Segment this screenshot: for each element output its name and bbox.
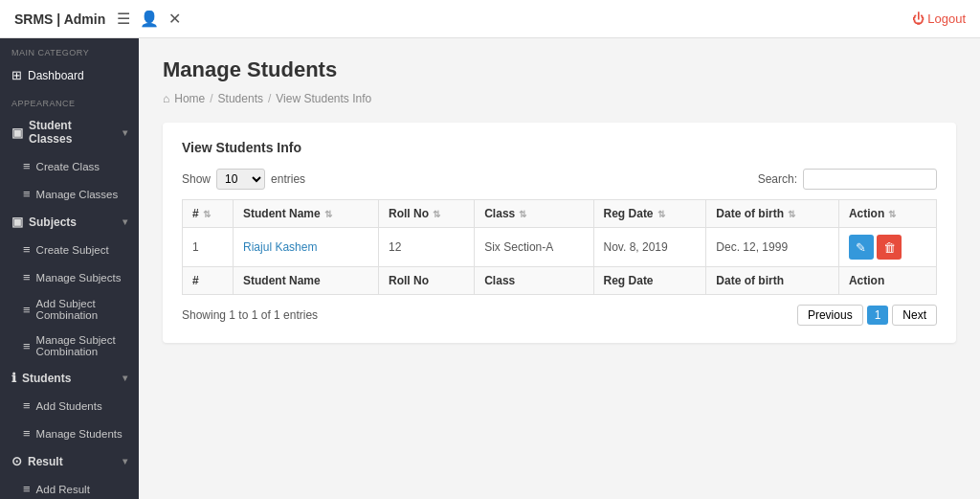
main-category-label: Main Category bbox=[0, 38, 139, 61]
table-row: 1 Riajul Kashem 12 Six Section-A Nov. 8,… bbox=[183, 228, 937, 267]
breadcrumb: ⌂ Home / Students / View Students Info bbox=[163, 92, 956, 105]
sort-icon-class: ⇅ bbox=[519, 209, 526, 219]
active-page[interactable]: 1 bbox=[867, 306, 889, 325]
students-table: #⇅ Student Name⇅ Roll No⇅ Class⇅ Reg Dat… bbox=[182, 199, 937, 295]
sidebar-item-manage-subject-combination[interactable]: ≡ Manage Subject Combination bbox=[0, 328, 139, 364]
col-num: #⇅ bbox=[183, 200, 234, 228]
breadcrumb-sep-1: / bbox=[210, 92, 212, 105]
manage-subject-combination-label: Manage Subject Combination bbox=[36, 334, 127, 357]
sidebar-item-dashboard[interactable]: ⊞ Dashboard bbox=[0, 61, 139, 89]
logout-label: Logout bbox=[927, 11, 966, 26]
create-subject-icon: ≡ bbox=[23, 242, 31, 257]
subjects-label: Subjects bbox=[29, 215, 77, 229]
add-subject-combination-label: Add Subject Combination bbox=[36, 298, 127, 321]
col-dob: Date of birth⇅ bbox=[706, 200, 839, 228]
cell-roll-no: 12 bbox=[378, 228, 474, 267]
sidebar-item-student-classes[interactable]: ▣ Student Classes ▾ bbox=[0, 112, 139, 152]
add-students-label: Add Students bbox=[36, 400, 102, 412]
entries-select[interactable]: 10 25 50 100 bbox=[216, 169, 265, 190]
sidebar-item-manage-subjects[interactable]: ≡ Manage Subjects bbox=[0, 263, 139, 291]
page-title: Manage Students bbox=[163, 57, 956, 82]
sidebar-item-create-class[interactable]: ≡ Create Class bbox=[0, 152, 139, 180]
sidebar-item-add-result[interactable]: ≡ Add Result bbox=[0, 475, 139, 499]
next-button[interactable]: Next bbox=[892, 305, 937, 326]
sidebar-item-create-subject[interactable]: ≡ Create Subject bbox=[0, 236, 139, 263]
appearance-label: Appearance bbox=[0, 89, 139, 112]
breadcrumb-view: View Students Info bbox=[276, 92, 371, 105]
table-footer: Showing 1 to 1 of 1 entries Previous 1 N… bbox=[182, 305, 937, 326]
table-controls: Show 10 25 50 100 entries Search: bbox=[182, 169, 937, 190]
close-icon[interactable]: ✕ bbox=[168, 10, 181, 28]
chevron-down-icon: ▾ bbox=[122, 127, 127, 138]
dashboard-label: Dashboard bbox=[28, 69, 84, 82]
footer-col-student-name: Student Name bbox=[234, 267, 379, 295]
col-action: Action⇅ bbox=[838, 200, 936, 228]
cell-reg-date: Nov. 8, 2019 bbox=[593, 228, 706, 267]
sort-icon-roll: ⇅ bbox=[433, 209, 440, 219]
col-class: Class⇅ bbox=[475, 200, 593, 228]
students-card: View Students Info Show 10 25 50 100 ent… bbox=[163, 123, 956, 343]
sidebar-item-add-students[interactable]: ≡ Add Students bbox=[0, 392, 139, 420]
footer-col-num: # bbox=[183, 267, 234, 295]
create-subject-label: Create Subject bbox=[36, 244, 109, 256]
footer-col-class: Class bbox=[475, 267, 593, 295]
sidebar-item-subjects[interactable]: ▣ Subjects ▾ bbox=[0, 208, 139, 236]
sidebar-item-manage-classes[interactable]: ≡ Manage Classes bbox=[0, 180, 139, 208]
table-footer-row: # Student Name Roll No Class Reg Date Da… bbox=[183, 267, 937, 295]
delete-button[interactable]: 🗑 bbox=[877, 235, 902, 260]
show-label: Show bbox=[182, 172, 211, 186]
cell-class: Six Section-A bbox=[475, 228, 593, 267]
manage-subjects-icon: ≡ bbox=[23, 270, 31, 284]
logout-button[interactable]: ⏻ Logout bbox=[912, 11, 966, 26]
cell-num: 1 bbox=[183, 228, 234, 267]
home-icon: ⌂ bbox=[163, 92, 169, 105]
manage-classes-icon: ≡ bbox=[23, 187, 31, 201]
logout-icon: ⏻ bbox=[912, 11, 924, 26]
search-input[interactable] bbox=[803, 169, 937, 190]
menu-icon[interactable]: ☰ bbox=[117, 10, 130, 28]
sidebar-item-result[interactable]: ⊙ Result ▾ bbox=[0, 447, 139, 475]
showing-text: Showing 1 to 1 of 1 entries bbox=[182, 308, 318, 322]
col-reg-date: Reg Date⇅ bbox=[593, 200, 706, 228]
breadcrumb-sep-2: / bbox=[268, 92, 271, 105]
sidebar-item-add-subject-combination[interactable]: ≡ Add Subject Combination bbox=[0, 291, 139, 328]
search-label: Search: bbox=[758, 172, 797, 186]
breadcrumb-students: Students bbox=[218, 92, 263, 105]
col-roll-no: Roll No⇅ bbox=[378, 200, 474, 228]
result-label: Result bbox=[28, 455, 63, 468]
breadcrumb-home[interactable]: Home bbox=[174, 92, 205, 105]
entries-label: entries bbox=[271, 172, 305, 186]
sort-icon-dob: ⇅ bbox=[788, 209, 795, 219]
footer-col-roll-no: Roll No bbox=[378, 267, 474, 295]
students-label: Students bbox=[22, 372, 71, 385]
sidebar-item-students[interactable]: ℹ Students ▾ bbox=[0, 364, 139, 392]
cell-student-name: Riajul Kashem bbox=[234, 228, 379, 267]
add-result-icon: ≡ bbox=[23, 482, 31, 496]
sort-icon-reg: ⇅ bbox=[657, 209, 665, 219]
add-result-label: Add Result bbox=[36, 484, 90, 495]
show-entries: Show 10 25 50 100 entries bbox=[182, 169, 305, 190]
topbar: SRMS | Admin ☰ 👤 ✕ ⏻ Logout bbox=[0, 0, 980, 38]
dashboard-icon: ⊞ bbox=[11, 68, 22, 82]
topbar-icons: ☰ 👤 ✕ bbox=[117, 10, 181, 28]
footer-col-dob: Date of birth bbox=[706, 267, 839, 295]
sidebar-item-manage-students[interactable]: ≡ Manage Students bbox=[0, 420, 139, 447]
footer-col-reg-date: Reg Date bbox=[593, 267, 706, 295]
create-class-label: Create Class bbox=[36, 161, 100, 172]
cell-action: ✎ 🗑 bbox=[838, 228, 936, 267]
add-students-icon: ≡ bbox=[23, 398, 31, 413]
previous-button[interactable]: Previous bbox=[797, 305, 863, 326]
search-box: Search: bbox=[758, 169, 937, 190]
table-header-row: #⇅ Student Name⇅ Roll No⇅ Class⇅ Reg Dat… bbox=[183, 200, 937, 228]
col-student-name: Student Name⇅ bbox=[234, 200, 379, 228]
result-chevron-icon: ▾ bbox=[122, 456, 127, 466]
user-icon[interactable]: 👤 bbox=[140, 10, 159, 28]
edit-button[interactable]: ✎ bbox=[849, 235, 874, 260]
main-content: Manage Students ⌂ Home / Students / View… bbox=[139, 38, 980, 499]
layout: Main Category ⊞ Dashboard Appearance ▣ S… bbox=[0, 38, 980, 499]
cell-dob: Dec. 12, 1999 bbox=[706, 228, 839, 267]
sort-icon-name: ⇅ bbox=[324, 209, 332, 219]
student-name-link[interactable]: Riajul Kashem bbox=[243, 240, 317, 254]
result-icon: ⊙ bbox=[11, 454, 22, 468]
card-title: View Students Info bbox=[182, 140, 937, 155]
